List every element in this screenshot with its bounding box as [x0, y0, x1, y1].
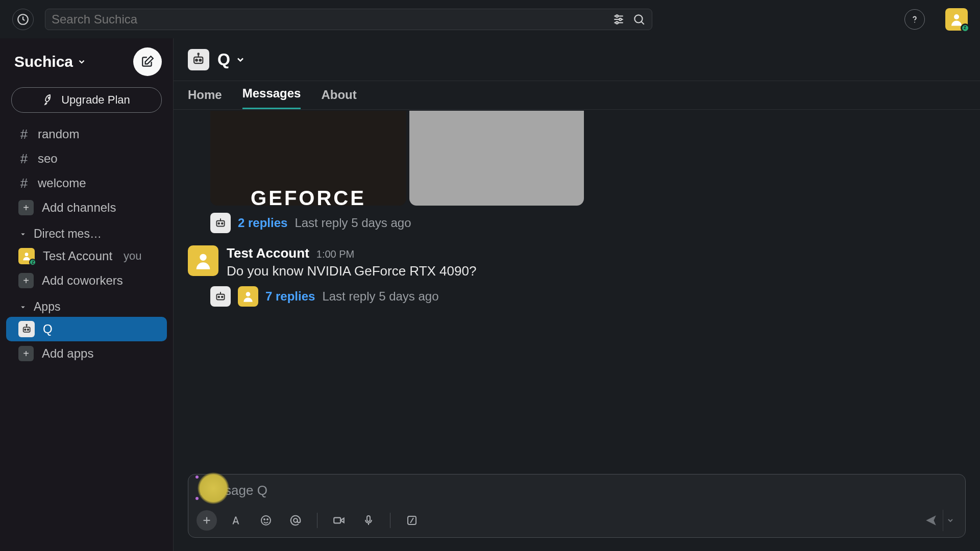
svg-point-10 — [954, 14, 959, 19]
emoji-button[interactable] — [256, 510, 276, 531]
tab-home[interactable]: Home — [188, 88, 222, 109]
send-options-button[interactable] — [943, 510, 957, 531]
app-q[interactable]: Q — [6, 317, 167, 341]
avatar[interactable] — [188, 245, 218, 276]
svg-point-35 — [261, 516, 271, 525]
workspace-header[interactable]: Suchica — [0, 38, 173, 84]
search-bar[interactable] — [45, 9, 652, 30]
attach-button[interactable] — [197, 510, 217, 531]
upgrade-label: Upgrade Plan — [61, 93, 130, 107]
chevron-down-icon — [235, 55, 246, 65]
thread-summary[interactable]: 7 replies Last reply 5 days ago — [210, 286, 980, 307]
audio-button[interactable] — [358, 510, 379, 531]
tab-messages[interactable]: Messages — [242, 86, 301, 109]
attachment-text: GEFORCE — [251, 187, 366, 206]
svg-point-32 — [246, 292, 251, 296]
dm-test-account[interactable]: Test Account you — [0, 244, 173, 268]
content-area: Q Home Messages About GEFORCE 2 replies — [174, 38, 980, 551]
add-channels-label: Add channels — [42, 201, 116, 215]
svg-point-38 — [293, 518, 298, 522]
svg-point-37 — [267, 519, 268, 520]
mention-button[interactable] — [285, 510, 306, 531]
sidebar: Suchica Upgrade Plan #random #seo #welco… — [0, 38, 174, 551]
person-icon — [193, 251, 213, 271]
attachment-image[interactable] — [409, 111, 584, 206]
clock-icon — [16, 13, 30, 26]
at-icon — [289, 514, 302, 527]
message-time: 1:00 PM — [316, 248, 354, 260]
chevron-down-icon — [77, 57, 86, 66]
robot-icon — [214, 290, 227, 303]
dm-section-header[interactable]: Direct mes… — [0, 220, 173, 244]
svg-point-7 — [634, 15, 642, 22]
add-coworkers[interactable]: +Add coworkers — [0, 268, 173, 293]
search-input[interactable] — [52, 12, 612, 27]
send-icon — [924, 514, 938, 527]
message-author[interactable]: Test Account — [227, 245, 309, 261]
composer: Message Q — [188, 474, 966, 538]
svg-point-2 — [616, 15, 618, 17]
robot-icon — [191, 52, 206, 67]
question-icon — [909, 14, 920, 25]
top-bar — [0, 0, 980, 38]
shortcuts-button[interactable] — [402, 510, 422, 531]
app-label: Q — [43, 322, 53, 336]
reply-count[interactable]: 7 replies — [265, 289, 315, 304]
thread-summary[interactable]: 2 replies Last reply 5 days ago — [210, 213, 980, 233]
svg-point-24 — [218, 223, 219, 224]
chevron-down-icon — [946, 516, 954, 524]
composer-toolbar — [188, 507, 965, 537]
user-avatar[interactable] — [945, 8, 968, 31]
dm-user-label: Test Account — [43, 249, 112, 263]
channel-title-button[interactable]: Q — [217, 50, 246, 69]
hash-icon: # — [18, 151, 30, 167]
compose-button[interactable] — [133, 47, 162, 76]
rocket-icon — [43, 94, 55, 106]
add-coworkers-label: Add coworkers — [42, 273, 123, 288]
svg-line-8 — [641, 21, 644, 24]
help-button[interactable] — [904, 9, 925, 30]
formatting-button[interactable] — [226, 510, 247, 531]
reply-meta: Last reply 5 days ago — [322, 289, 438, 304]
channel-seo[interactable]: #seo — [0, 146, 173, 171]
hash-icon: # — [18, 176, 30, 191]
svg-point-25 — [222, 223, 223, 224]
reply-meta: Last reply 5 days ago — [295, 216, 411, 230]
dm-section-label: Direct mes… — [34, 227, 102, 241]
attachment-image[interactable]: GEFORCE — [210, 111, 406, 206]
cursor-highlight — [198, 472, 229, 504]
filter-icon[interactable] — [612, 13, 625, 26]
svg-line-43 — [410, 518, 413, 523]
add-channels[interactable]: +Add channels — [0, 195, 173, 220]
workspace-name[interactable]: Suchica — [14, 53, 86, 70]
hash-icon: # — [18, 127, 30, 142]
message-input[interactable]: Message Q — [188, 474, 965, 507]
history-button[interactable] — [12, 9, 34, 30]
reply-count[interactable]: 2 replies — [238, 216, 287, 230]
bot-avatar — [188, 49, 209, 70]
svg-point-20 — [200, 59, 202, 61]
slash-box-icon — [406, 514, 418, 527]
search-icon[interactable] — [632, 13, 646, 26]
robot-icon — [214, 216, 227, 230]
add-apps[interactable]: +Add apps — [0, 341, 173, 366]
video-button[interactable] — [329, 510, 349, 531]
channel-welcome[interactable]: #welcome — [0, 171, 173, 195]
send-button[interactable] — [920, 510, 942, 531]
text-format-icon — [230, 514, 243, 527]
divider — [390, 513, 390, 528]
bot-avatar — [18, 321, 35, 337]
attachment-row: GEFORCE — [210, 111, 980, 206]
upgrade-plan-button[interactable]: Upgrade Plan — [11, 87, 162, 113]
channel-random[interactable]: #random — [0, 122, 173, 146]
message: Test Account 1:00 PM Do you know NVIDIA … — [174, 237, 980, 279]
you-label: you — [124, 249, 141, 263]
channel-label: welcome — [38, 176, 86, 190]
plus-icon — [201, 515, 212, 526]
workspace-name-label: Suchica — [14, 53, 73, 70]
apps-section-header[interactable]: Apps — [0, 293, 173, 317]
tab-about[interactable]: About — [321, 88, 356, 109]
plus-icon: + — [18, 273, 34, 288]
svg-point-6 — [616, 21, 618, 23]
add-apps-label: Add apps — [42, 346, 93, 361]
